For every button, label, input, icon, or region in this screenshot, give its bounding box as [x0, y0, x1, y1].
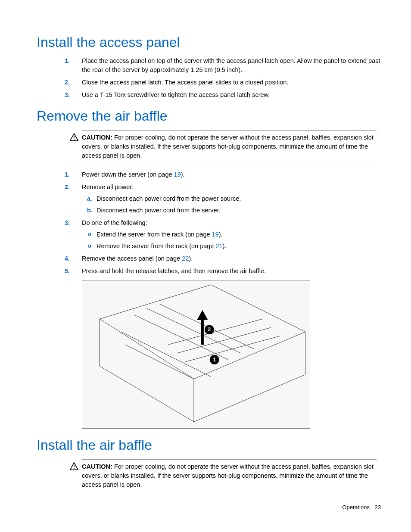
caution-label: CAUTION: [82, 134, 112, 141]
step-text: Use a T-15 Torx screwdriver to tighten t… [82, 91, 270, 98]
step: 4. Remove the access panel (on page 22). [82, 254, 381, 263]
caution-icon [70, 462, 78, 470]
svg-point-1 [74, 139, 75, 140]
step-number: 2. [65, 78, 70, 87]
step-text: Press and hold the release latches, and … [82, 268, 266, 274]
section-heading-install-air-baffle: Install the air baffle [37, 437, 381, 453]
footer-page-number: 23 [375, 504, 381, 510]
caution-label: CAUTION: [82, 463, 112, 470]
page-link[interactable]: 22 [182, 255, 189, 262]
step-text-post: ). [181, 171, 185, 178]
sub-option: oRemove the server from the rack (on pag… [97, 242, 381, 251]
sub-text: Disconnect each power cord from the serv… [97, 207, 221, 214]
step-text-post: ). [189, 255, 193, 262]
step-number: 4. [65, 254, 70, 263]
step-text: Power down the server (on page [82, 171, 174, 178]
sub-marker: b. [87, 206, 92, 215]
step-text: Place the access panel on top of the ser… [82, 57, 380, 73]
section-heading-remove-air-baffle: Remove the air baffle [37, 108, 381, 124]
step: 1. Power down the server (on page 19). [82, 170, 381, 179]
caution-block: CAUTION: For proper cooling, do not oper… [82, 459, 377, 493]
step-text-pre: Remove the access panel (on page [82, 255, 182, 262]
page-link[interactable]: 21 [215, 243, 222, 249]
sub-text-post: ). [219, 231, 223, 238]
sub-text: Disconnect each power cord from the powe… [97, 195, 241, 202]
step: 3.Use a T-15 Torx screwdriver to tighten… [82, 90, 381, 100]
sub-option: oExtend the server from the rack (on pag… [97, 230, 381, 239]
sub-steps: a.Disconnect each power cord from the po… [97, 194, 381, 215]
step-number: 1. [65, 170, 70, 179]
caution-body: For proper cooling, do not operate the s… [82, 134, 374, 159]
step-text: Close the access panel latch. The access… [82, 79, 288, 86]
circle-marker: o [88, 242, 91, 250]
step-number: 1. [65, 56, 70, 65]
step-number: 3. [65, 90, 70, 99]
caution-text: CAUTION: For proper cooling, do not oper… [82, 133, 377, 160]
step: 2.Close the access panel latch. The acce… [82, 78, 381, 87]
page-footer: Operations 23 [342, 504, 381, 510]
air-baffle-diagram: 1 2 [82, 280, 310, 429]
step-text: Remove all power: [82, 184, 134, 190]
step: 3. Do one of the following: oExtend the … [82, 218, 381, 251]
step-number: 5. [65, 267, 70, 275]
sub-step: b.Disconnect each power cord from the se… [97, 206, 381, 215]
footer-section-label: Operations [342, 504, 370, 510]
sub-text-pre: Remove the server from the rack (on page [97, 243, 215, 249]
step-number: 2. [65, 183, 70, 191]
callout-1: 1 [213, 357, 216, 363]
page-link[interactable]: 19 [212, 231, 219, 238]
caution-text: CAUTION: For proper cooling, do not oper… [82, 462, 377, 489]
install-access-panel-steps: 1.Place the access panel on top of the s… [82, 56, 381, 100]
step: 2. Remove all power: a.Disconnect each p… [82, 183, 381, 215]
page-link[interactable]: 19 [174, 171, 181, 178]
sub-marker: a. [87, 194, 92, 203]
caution-icon [70, 133, 78, 141]
svg-point-5 [74, 468, 75, 469]
section-heading-install-access-panel: Install the access panel [37, 34, 381, 50]
step-text: Do one of the following: [82, 219, 147, 226]
step: 5. Press and hold the release latches, a… [82, 267, 381, 276]
sub-text-pre: Extend the server from the rack (on page [97, 231, 212, 238]
step-number: 3. [65, 218, 70, 227]
sub-step: a.Disconnect each power cord from the po… [97, 194, 381, 203]
sub-text-post: ). [223, 243, 227, 249]
sub-options: oExtend the server from the rack (on pag… [97, 230, 381, 251]
callout-2: 2 [208, 327, 211, 333]
step: 1.Place the access panel on top of the s… [82, 56, 381, 75]
remove-air-baffle-steps: 1. Power down the server (on page 19). 2… [82, 170, 381, 276]
circle-marker: o [88, 230, 91, 239]
caution-body: For proper cooling, do not operate the s… [82, 463, 374, 488]
caution-block: CAUTION: For proper cooling, do not oper… [82, 130, 377, 164]
